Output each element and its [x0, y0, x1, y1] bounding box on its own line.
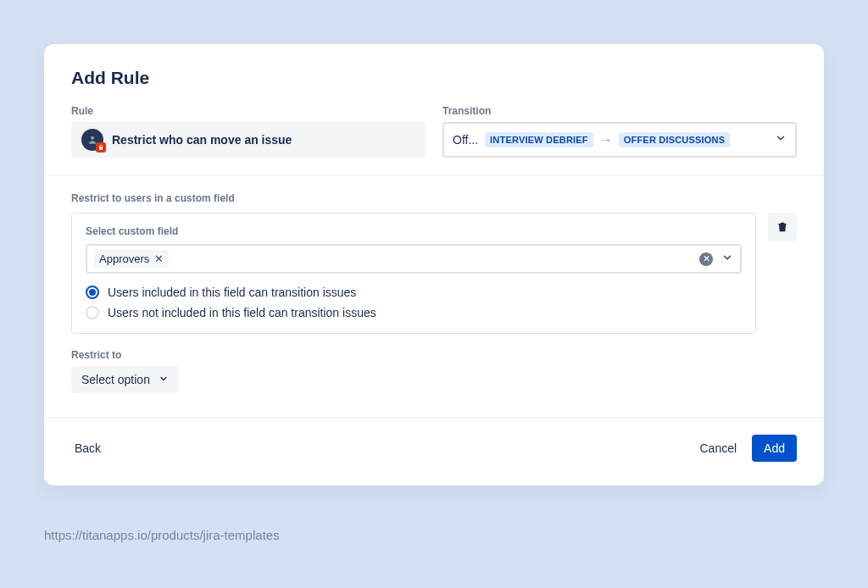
radio-users-not-included[interactable]: Users not included in this field can tra… [86, 306, 742, 319]
svg-point-0 [91, 136, 94, 140]
transition-select[interactable]: Off... INTERVIEW DEBRIEF → OFFER DISCUSS… [442, 122, 797, 158]
source-url: https://titanapps.io/products/jira-templ… [44, 528, 280, 542]
restrict-heading: Restrict to users in a custom field [71, 192, 797, 204]
cancel-button[interactable]: Cancel [696, 435, 740, 462]
transition-from-lozenge: INTERVIEW DEBRIEF [485, 132, 593, 147]
restrict-to-section: Restrict to Select option [71, 349, 797, 393]
chevron-down-icon [159, 373, 169, 386]
modal-title: Add Rule [71, 68, 797, 88]
radio-label: Users not included in this field can tra… [108, 306, 376, 319]
rule-column: Rule Restrict who can move an issue [71, 105, 426, 158]
chevron-down-icon [775, 132, 787, 147]
transition-column: Transition Off... INTERVIEW DEBRIEF → OF… [442, 105, 797, 158]
radio-users-included[interactable]: Users included in this field can transit… [86, 286, 742, 299]
radio-label: Users included in this field can transit… [108, 286, 356, 299]
add-rule-modal: Add Rule Rule Restrict who can move an i… [44, 44, 824, 485]
person-lock-icon [81, 129, 103, 151]
trash-icon [776, 220, 789, 234]
add-button[interactable]: Add [752, 435, 797, 462]
transition-to-lozenge: OFFER DISCUSSIONS [619, 132, 731, 147]
rule-name: Restrict who can move an issue [112, 133, 292, 147]
transition-label: Transition [442, 105, 797, 117]
custom-field-select[interactable]: Approvers ✕ ✕ [86, 244, 742, 274]
rule-transition-row: Rule Restrict who can move an issue Tran… [71, 105, 797, 158]
tag-approvers: Approvers ✕ [94, 250, 169, 268]
tag-remove-icon[interactable]: ✕ [154, 253, 164, 264]
custom-field-section: Select custom field Approvers ✕ ✕ Users … [71, 213, 797, 334]
radio-button-checked [86, 286, 99, 299]
rule-label: Rule [71, 105, 426, 117]
rule-display: Restrict who can move an issue [71, 122, 426, 158]
lock-icon [96, 142, 106, 153]
divider [44, 175, 824, 175]
modal-footer: Back Cancel Add [44, 417, 824, 465]
clear-all-icon[interactable]: ✕ [699, 252, 713, 266]
radio-button-unchecked [86, 306, 99, 319]
delete-button[interactable] [768, 213, 797, 241]
restrict-to-label: Restrict to [71, 349, 797, 361]
restrict-to-dropdown[interactable]: Select option [71, 366, 179, 393]
transition-prefix: Off... [453, 133, 478, 147]
select-custom-field-label: Select custom field [86, 225, 742, 237]
tag-label: Approvers [99, 252, 149, 265]
chevron-down-icon[interactable] [721, 252, 733, 267]
arrow-right-icon: → [600, 133, 612, 147]
custom-field-panel: Select custom field Approvers ✕ ✕ Users … [71, 213, 756, 334]
dropdown-placeholder: Select option [81, 373, 150, 386]
back-button[interactable]: Back [71, 435, 104, 462]
